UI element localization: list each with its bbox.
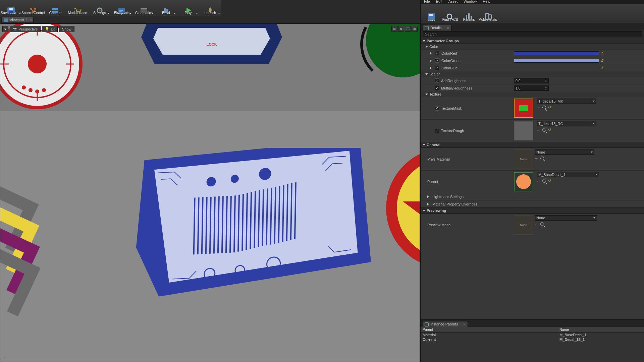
checkbox[interactable] <box>435 78 439 83</box>
table-row[interactable]: Material M_BaseDecal_1 <box>421 333 644 337</box>
editor-menu: File Edit Asset Window Help <box>421 0 644 4</box>
category-texture[interactable]: Texture <box>421 92 644 97</box>
section-previewing[interactable]: Previewing <box>421 207 644 214</box>
perspective-button[interactable]: 📷 Perspective <box>10 26 41 32</box>
menu-edit[interactable]: Edit <box>436 0 442 3</box>
param-label: ColorGreen <box>441 59 461 63</box>
expand-icon[interactable] <box>430 59 433 62</box>
asset-thumbnail[interactable]: None <box>514 149 533 169</box>
use-arrow-icon[interactable]: ← <box>535 156 538 160</box>
show-button[interactable]: Show <box>59 26 74 32</box>
asset-combo[interactable]: T_decal15_RG <box>537 121 596 126</box>
marketplace-button[interactable]: Marketplace <box>66 0 89 16</box>
lit-button[interactable]: 💡 Lit <box>42 26 58 32</box>
use-arrow-icon[interactable]: ← <box>535 222 538 226</box>
asset-combo[interactable]: None <box>535 215 597 221</box>
asset-thumbnail[interactable]: None <box>514 215 533 235</box>
svg-text:LOCK: LOCK <box>206 42 217 46</box>
menu-file[interactable]: File <box>424 0 430 3</box>
vp-expand-icon[interactable]: ⛶ <box>405 26 411 32</box>
texture-thumbnail[interactable] <box>514 121 533 140</box>
content-button[interactable]: Content <box>44 0 66 16</box>
browse-icon[interactable] <box>542 179 546 183</box>
instance-parents-tab[interactable]: Instance Parents × <box>423 321 468 327</box>
source-control-button[interactable]: Source Control <box>22 0 44 16</box>
svg-rect-81 <box>489 15 491 19</box>
section-parameter-groups[interactable]: Parameter Groups <box>421 38 644 44</box>
expand-icon[interactable] <box>427 203 430 205</box>
checkbox[interactable] <box>435 129 439 133</box>
mobile-stats-button[interactable]: Mobile Stats <box>478 4 497 23</box>
right-panel: File Edit Asset Window Help Save Find in… <box>420 0 644 362</box>
checkbox[interactable] <box>435 51 439 55</box>
category-scalar[interactable]: Scalar <box>421 71 644 77</box>
number-input[interactable]: ▴▾ <box>514 85 549 91</box>
launch-button[interactable]: Launch <box>199 0 221 16</box>
gear-icon <box>95 7 104 14</box>
asset-combo[interactable]: M_BaseDecal_1 <box>537 172 599 177</box>
section-general[interactable]: General <box>421 142 644 148</box>
close-icon[interactable]: × <box>447 26 449 30</box>
menu-help[interactable]: Help <box>483 0 490 3</box>
viewport-menu-button[interactable]: ▾ <box>2 26 8 32</box>
texture-thumbnail[interactable] <box>514 99 533 118</box>
details-tab[interactable]: Details × <box>423 25 451 31</box>
use-arrow-icon[interactable]: ← <box>537 106 540 110</box>
svg-rect-74 <box>429 14 433 16</box>
reset-icon[interactable]: ↺ <box>548 179 551 183</box>
vp-grid-icon[interactable]: ⊞ <box>391 26 397 32</box>
play-button[interactable]: Play <box>177 0 199 16</box>
blueprints-button[interactable]: Blueprints <box>111 0 133 16</box>
category-color[interactable]: Color <box>421 44 644 49</box>
checkbox[interactable] <box>435 58 439 63</box>
table-row[interactable]: Current M_Decal_15_1 <box>421 337 644 342</box>
reset-icon[interactable]: ↺ <box>600 51 604 56</box>
use-arrow-icon[interactable]: ← <box>537 128 540 132</box>
viewport-tab[interactable]: Viewport 1 × <box>1 17 34 23</box>
vp-globe-icon[interactable]: ◍ <box>412 26 418 32</box>
source-control-icon <box>29 7 38 14</box>
menu-window[interactable]: Window <box>464 0 477 3</box>
viewport[interactable]: LOCK <box>0 23 420 362</box>
search-input[interactable] <box>423 31 642 37</box>
color-swatch[interactable] <box>514 51 599 55</box>
cinematics-button[interactable]: Cinematics <box>133 0 155 16</box>
settings-button[interactable]: Settings <box>89 0 111 16</box>
reset-icon[interactable]: ↺ <box>548 105 551 110</box>
param-label: Preview Mesh <box>427 223 450 227</box>
checkbox[interactable] <box>435 86 439 90</box>
save-button[interactable]: Save <box>422 4 441 23</box>
vp-sphere-icon[interactable]: ◉ <box>398 26 404 32</box>
asset-thumbnail[interactable] <box>514 172 533 191</box>
browse-icon[interactable] <box>542 128 546 132</box>
reset-icon[interactable]: ↺ <box>600 58 604 63</box>
asset-combo[interactable]: T_decal15_MK <box>537 99 596 104</box>
browse-icon[interactable] <box>542 106 546 109</box>
expand-icon[interactable] <box>430 52 433 55</box>
reset-icon[interactable]: ↺ <box>600 66 604 70</box>
row-material-overrides[interactable]: Material Property Overrides <box>421 200 644 207</box>
row-color-green: ColorGreen ↺ <box>421 57 644 64</box>
params-button[interactable]: Params <box>460 4 478 23</box>
expand-icon[interactable] <box>427 195 430 198</box>
menu-asset[interactable]: Asset <box>448 0 458 3</box>
checkbox[interactable] <box>435 66 439 70</box>
col-name[interactable]: Name <box>557 327 571 332</box>
color-swatch[interactable] <box>514 59 599 63</box>
save-current-button[interactable]: Save Current <box>0 0 22 16</box>
close-icon[interactable]: × <box>463 322 465 326</box>
number-input[interactable]: ▴▾ <box>514 78 549 83</box>
asset-combo[interactable]: None <box>535 149 594 155</box>
browse-icon[interactable] <box>540 157 544 160</box>
row-lightmass[interactable]: Lightmass Settings <box>421 193 644 200</box>
col-parent[interactable]: Parent <box>421 327 557 332</box>
build-button[interactable]: Build <box>155 0 177 16</box>
browse-icon[interactable] <box>540 222 544 226</box>
find-in-cb-button[interactable]: Find in CB <box>441 4 460 23</box>
cart-icon <box>73 7 82 14</box>
checkbox[interactable] <box>435 106 439 111</box>
reset-icon[interactable]: ↺ <box>548 128 551 132</box>
use-arrow-icon[interactable]: ← <box>537 179 540 183</box>
expand-icon[interactable] <box>430 67 433 69</box>
close-icon[interactable]: × <box>30 18 32 22</box>
